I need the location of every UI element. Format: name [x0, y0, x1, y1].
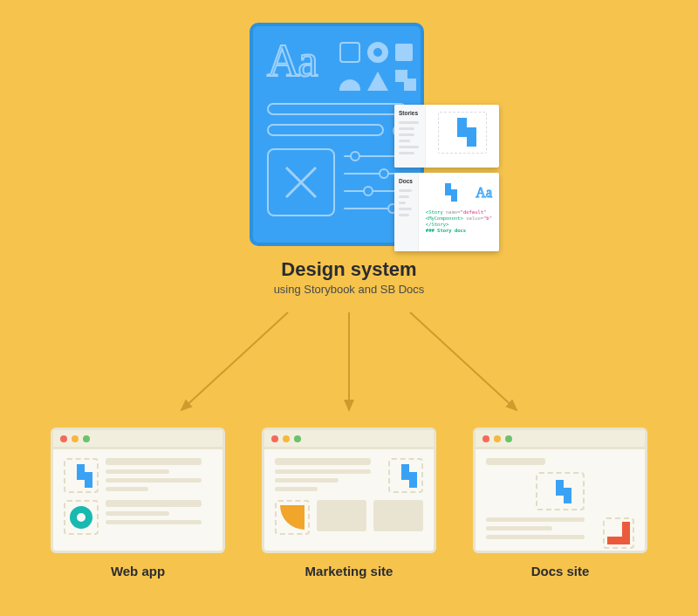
design-system-subtitle: using Storybook and SB Docs	[0, 283, 698, 296]
tetromino-icon	[439, 183, 458, 202]
storybook-stories-panel: Stories	[394, 105, 499, 168]
code-snippet-line: <MyComponent> value="b"	[426, 216, 492, 222]
design-system-title: Design system	[0, 258, 698, 281]
web-app-caption: Web app	[51, 564, 225, 578]
svg-line-0	[181, 312, 288, 410]
docs-panel-title: Docs	[399, 178, 414, 184]
code-snippet-line: <Story name="default"	[426, 209, 492, 216]
component-slot	[388, 458, 423, 493]
step-icon	[395, 70, 416, 91]
tetromino-icon	[549, 480, 571, 503]
l-shape-icon	[607, 522, 630, 544]
component-slot	[64, 458, 99, 493]
web-app-mockup	[51, 428, 225, 553]
marketing-site-caption: Marketing site	[262, 564, 436, 578]
donut-icon	[367, 42, 388, 63]
docs-site-mockup	[473, 428, 647, 553]
component-slot	[603, 517, 634, 549]
triangle-icon	[367, 72, 388, 91]
svg-line-2	[410, 312, 517, 410]
docs-typography-sample: Aa	[476, 184, 492, 202]
image-placeholder-icon	[267, 148, 335, 216]
browser-chrome-icon	[53, 430, 222, 449]
component-slot	[536, 472, 585, 510]
storybook-docs-panel: Docs Aa <Story name="default" <MyCompone…	[394, 173, 499, 251]
component-slot	[275, 500, 310, 535]
quarter-circle-icon	[280, 505, 305, 530]
tetromino-icon	[394, 464, 417, 487]
code-snippet-line: </Story>	[426, 222, 492, 228]
design-system-title-block: Design system using Storybook and SB Doc…	[0, 258, 698, 296]
browser-chrome-icon	[476, 430, 645, 449]
tetromino-icon	[70, 464, 92, 487]
wireframe-pill-icon	[267, 124, 384, 136]
component-slot	[64, 500, 99, 535]
marketing-site-mockup	[262, 428, 436, 553]
half-circle-icon	[339, 79, 360, 91]
shape-grid-icon	[339, 42, 416, 91]
code-snippet-footer: ### Story docs	[426, 228, 492, 234]
browser-chrome-icon	[264, 430, 434, 449]
typography-sample: Aa	[267, 38, 317, 84]
docs-site-caption: Docs site	[473, 564, 647, 578]
wireframe-line-icon	[267, 103, 407, 115]
square-filled-icon	[395, 44, 413, 61]
stories-panel-title: Stories	[399, 110, 421, 116]
donut-icon	[70, 506, 92, 529]
tetromino-icon	[448, 118, 477, 147]
square-outline-icon	[339, 42, 360, 63]
